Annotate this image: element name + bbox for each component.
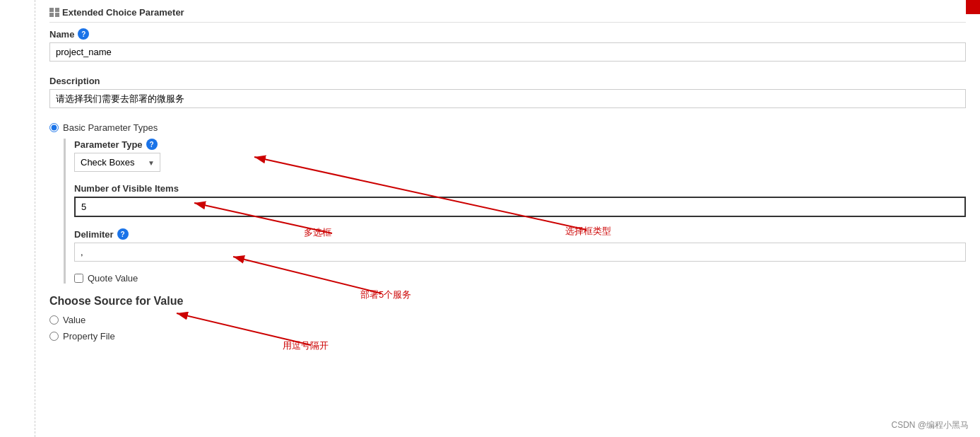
section-title: Extended Choice Parameter [49, 7, 966, 23]
property-file-radio[interactable] [49, 332, 59, 341]
value-radio-label[interactable]: Value [63, 315, 85, 325]
csdn-watermark: CSDN @编程小黑马 [891, 419, 969, 431]
visible-items-label: Number of Visible Items [74, 183, 966, 194]
basic-param-types-radio[interactable] [49, 123, 59, 132]
property-file-radio-row: Property File [49, 331, 966, 342]
parameter-type-help-icon[interactable]: ? [146, 139, 158, 150]
section-title-text: Extended Choice Parameter [62, 7, 184, 18]
delimiter-group: Delimiter ? [74, 228, 966, 270]
basic-param-types-radio-row: Basic Parameter Types [49, 122, 966, 133]
value-radio[interactable] [49, 315, 59, 325]
indented-section: Parameter Type ? Check Boxes Multi Selec… [64, 139, 966, 284]
parameter-type-group: Parameter Type ? Check Boxes Multi Selec… [74, 139, 966, 180]
visible-items-input[interactable] [74, 197, 966, 217]
property-file-radio-label[interactable]: Property File [63, 331, 115, 342]
top-right-indicator [966, 0, 980, 14]
choose-source-section: Choose Source for Value Value Property F… [49, 295, 966, 342]
delimiter-help-icon[interactable]: ? [117, 228, 129, 240]
main-content: Extended Choice Parameter Name ? Descrip… [35, 0, 980, 437]
quote-value-checkbox[interactable] [74, 274, 83, 283]
value-radio-row: Value [49, 315, 966, 325]
quote-value-label[interactable]: Quote Value [88, 273, 138, 284]
description-field-group: Description [49, 76, 966, 117]
grid-icon [49, 8, 59, 18]
name-label: Name ? [49, 28, 966, 40]
parameter-type-select-wrapper: Check Boxes Multi Select Radio Buttons S… [74, 153, 160, 172]
description-input[interactable] [49, 89, 966, 108]
left-rail [0, 0, 35, 437]
parameter-type-label: Parameter Type ? [74, 139, 966, 150]
description-label: Description [49, 76, 966, 86]
name-field-group: Name ? [49, 28, 966, 70]
parameter-type-select[interactable]: Check Boxes Multi Select Radio Buttons S… [74, 153, 160, 172]
name-input[interactable] [49, 42, 966, 62]
visible-items-group: Number of Visible Items [74, 183, 966, 226]
choose-source-heading: Choose Source for Value [49, 295, 966, 308]
name-help-icon[interactable]: ? [78, 28, 89, 40]
delimiter-input[interactable] [74, 243, 966, 262]
basic-param-types-label[interactable]: Basic Parameter Types [63, 122, 158, 133]
delimiter-label: Delimiter ? [74, 228, 966, 240]
quote-value-row: Quote Value [74, 273, 966, 284]
